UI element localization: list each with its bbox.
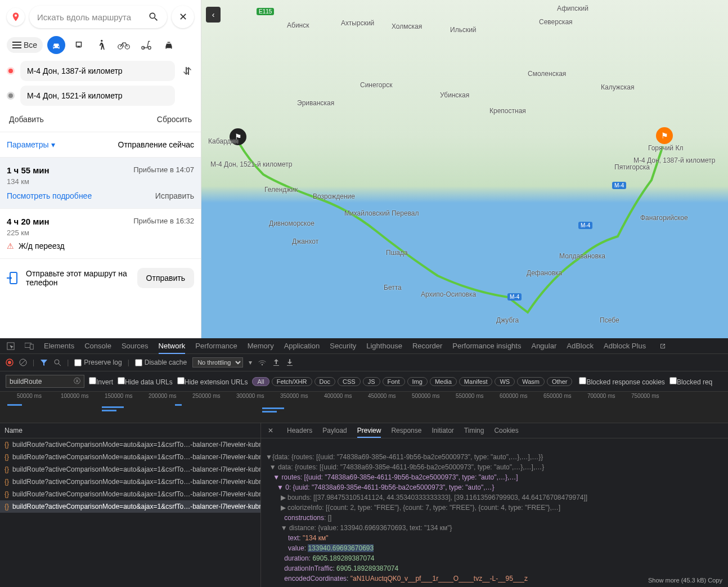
filter-pill[interactable]: Img [407,377,428,386]
disable-cache-checkbox[interactable]: Disable cache [135,359,187,366]
devtools-tab[interactable]: Performance insights [452,342,521,350]
route-option-0[interactable]: 1 ч 55 мин Прибытие в 14:07 134 км Посмо… [0,158,201,209]
record-icon[interactable] [6,359,14,366]
mode-walk[interactable] [92,36,110,54]
devtools-tab[interactable]: Network [159,342,186,354]
devtools-tab[interactable]: Adblock Plus [604,342,646,350]
detail-tab[interactable]: Preview [357,427,381,438]
filter-pill[interactable]: JS [363,377,380,386]
request-row[interactable]: {}buildRoute?activeComparisonMode=auto&a… [0,476,260,488]
devtools-tab[interactable]: AdBlock [567,342,594,350]
inspect-icon[interactable] [7,342,15,350]
walk-icon [97,39,106,51]
svg-point-13 [55,360,59,364]
route-fix-link[interactable]: Исправить [155,191,194,200]
filter-pill[interactable]: Other [547,377,573,386]
request-row[interactable]: {}buildRoute?activeComparisonMode=auto&a… [0,488,260,500]
network-timeline[interactable]: 50000 ms100000 ms150000 ms200000 ms25000… [0,392,728,423]
open-external-icon[interactable] [659,343,666,349]
waypoint-b-text: М-4 Дон, 1521-й километр [27,91,123,100]
devtools-tab[interactable]: Angular [531,342,556,350]
map-pin-origin[interactable]: ⚑ [656,127,673,144]
search-icon[interactable] [53,359,61,366]
map-place-label: Джанхот [292,238,318,245]
mode-car[interactable] [47,36,65,54]
stop-icon[interactable] [19,359,27,366]
filter-pill[interactable]: Doc [314,377,336,386]
download-icon[interactable] [286,359,294,366]
hide-ext-urls-checkbox[interactable]: Hide extension URLs [177,377,248,386]
hide-data-urls-checkbox[interactable]: Hide data URLs [118,377,173,386]
swap-waypoints-button[interactable] [181,65,194,77]
clear-icon[interactable]: ⓧ [74,377,80,386]
filter-pill[interactable]: WS [495,377,515,386]
devtools-tab[interactable]: Memory [248,342,274,350]
request-row[interactable]: {}buildRoute?activeComparisonMode=auto&a… [0,451,260,463]
devtools-tab[interactable]: Recorder [412,342,442,350]
filter-icon[interactable] [40,359,48,366]
map-canvas[interactable]: ‹ ⚑ ⚑ АбинскАфипскийАхтырскийХолмскаяИль… [201,0,728,338]
preserve-log-checkbox[interactable]: Preserve log [74,359,122,366]
json-preview[interactable]: ▼{data: {routes: [{uuid: "74838a69-385e-… [261,438,728,587]
json-footer[interactable]: Show more (45.3 kB) Copy [648,577,722,584]
filter-pill[interactable]: Font [383,377,405,386]
timeline-tick: 150000 ms [105,393,132,399]
detail-tab[interactable]: Timing [464,427,484,434]
map-place-label: Дивноморское [269,219,314,227]
devtools-tab[interactable]: Performance [195,342,237,350]
waypoint-b[interactable]: М-4 Дон, 1521-й километр [20,86,175,106]
throttling-select[interactable]: No throttling [192,357,243,368]
add-waypoint-button[interactable]: Добавить [9,115,44,124]
network-filter-bar: buildRoute ⓧ Invert Hide data URLs Hide … [0,371,728,392]
timeline-tick: 450000 ms [368,393,396,399]
search-input[interactable]: Искать вдоль маршрута [29,6,167,28]
devtools-tab[interactable]: Elements [44,342,74,350]
devtools-tab[interactable]: Sources [122,342,149,350]
device-mode-icon[interactable] [25,343,34,349]
close-button[interactable]: ✕ [172,6,194,28]
request-row[interactable]: {}buildRoute?activeComparisonMode=auto&a… [0,438,260,451]
mode-scooter[interactable] [137,36,155,54]
mode-taxi[interactable] [160,36,178,54]
mode-all[interactable]: Все [7,37,43,53]
map-place-label: Пятигорска [614,163,650,171]
devtools-tab[interactable]: Lighthouse [366,342,402,350]
route-option-1[interactable]: 4 ч 20 мин Прибытие в 16:32 225 км ⚠ Ж/д… [0,209,201,259]
wifi-icon[interactable] [258,359,267,366]
reset-waypoints-button[interactable]: Сбросить [157,115,192,124]
detail-tab[interactable]: Cookies [494,427,518,434]
departure-label[interactable]: Отправление сейчас [118,140,194,149]
upload-icon[interactable] [272,359,280,366]
waypoint-a[interactable]: М-4 Дон, 1387-й километр [20,61,175,81]
devtools-tab[interactable]: Console [84,342,111,350]
devtools-tab[interactable]: Security [330,342,356,350]
request-row[interactable]: {}buildRoute?activeComparisonMode=auto&a… [0,463,260,476]
filter-input[interactable]: buildRoute ⓧ [6,375,84,388]
filter-pill[interactable]: Manifest [459,377,493,386]
mode-transit[interactable] [70,36,88,54]
route-details-link[interactable]: Посмотреть подробнее [7,191,92,200]
detail-tab[interactable]: Headers [287,427,312,434]
route-params-link[interactable]: Параметры ▾ [7,140,55,149]
send-route-button[interactable]: Отправить [137,268,194,288]
detail-tab[interactable]: Response [391,427,421,434]
filter-pill[interactable]: Fetch/XHR [272,377,312,386]
request-row[interactable]: {}buildRoute?activeComparisonMode=auto&a… [0,500,260,513]
devtools-tab[interactable]: Application [284,342,320,350]
blocked-cookies-checkbox[interactable]: Blocked response cookies [579,377,664,386]
filter-pill[interactable]: Wasm [517,377,545,386]
filter-pill[interactable]: All [252,377,269,386]
bike-icon [118,41,130,50]
blocked-req-checkbox[interactable]: Blocked req [669,377,712,386]
filter-pill[interactable]: Media [430,377,457,386]
waypoint-a-dot [7,67,15,75]
location-pin-button[interactable] [7,8,25,26]
mode-bike[interactable] [115,36,133,54]
filter-pill[interactable]: CSS [338,377,361,386]
detail-tab[interactable]: Payload [322,427,347,434]
map-place-label: Смоленская [528,70,566,78]
close-detail-button[interactable]: ✕ [268,427,273,434]
detail-tab[interactable]: Initiator [432,427,453,434]
invert-checkbox[interactable]: Invert [89,377,113,386]
map-place-label: Эриванская [297,99,334,107]
